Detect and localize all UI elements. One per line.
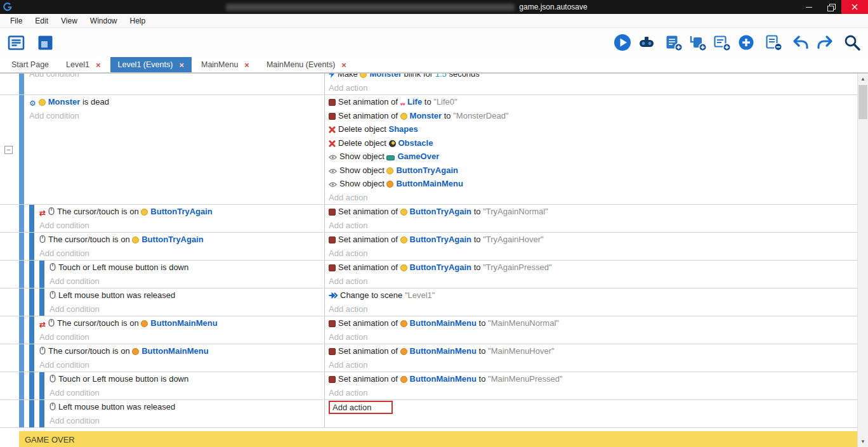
add-action-button[interactable]: Add action (329, 332, 367, 342)
close-tab-icon[interactable]: × (341, 61, 346, 69)
tab-level1-events[interactable]: Level1 (Events)× (110, 57, 192, 72)
vertical-scrollbar[interactable]: ▲ ▼ (857, 74, 868, 447)
action[interactable]: Set animation of ButtonMainMenu to "Main… (329, 372, 857, 386)
title-blur-smear (226, 4, 515, 11)
add-action-button[interactable]: Add action (329, 360, 367, 370)
add-condition-button[interactable]: Add condition (39, 219, 324, 233)
action[interactable]: Set animation of ♥♥Life to "Life0" (329, 95, 857, 109)
add-action-button[interactable]: Add action (329, 221, 367, 230)
condition[interactable]: The cursor/touch is on ButtonMainMenu (39, 344, 324, 358)
object-ref: ButtonMainMenu (141, 346, 208, 356)
text-segment: Set animation of (338, 235, 400, 244)
blink-icon (329, 74, 335, 78)
condition[interactable]: Left mouse button was released (49, 288, 324, 302)
value-text: "MainMenuPressed" (488, 374, 563, 384)
add-action-button[interactable]: Add action (329, 304, 367, 314)
button-yellow-icon (141, 209, 148, 216)
close-button[interactable] (841, 0, 868, 14)
preview-icon[interactable] (613, 33, 632, 52)
delete-event-icon[interactable] (764, 33, 783, 52)
indent-bar (19, 400, 24, 427)
add-condition-button[interactable]: Add condition (49, 302, 324, 316)
action[interactable]: Set animation of ButtonTryAgain to "TryA… (329, 233, 857, 247)
action[interactable]: Set animation of ButtonTryAgain to "TryA… (329, 261, 857, 275)
comment-row[interactable]: GAME OVER (19, 431, 857, 447)
action[interactable]: Set animation of ButtonMainMenu to "Main… (329, 344, 857, 358)
conditions-cell: Add condition (0, 74, 325, 94)
scroll-down-button[interactable]: ▼ (858, 436, 868, 447)
action[interactable]: Delete object Obstacle (329, 136, 857, 150)
mouse-icon (49, 262, 56, 271)
conditions-cell: ⇄The cursor/touch is on ButtonMainMenuAd… (0, 316, 325, 344)
condition[interactable]: ⇄The cursor/touch is on ButtonTryAgain (39, 205, 324, 219)
menu-item-help[interactable]: Help (124, 14, 152, 28)
scroll-up-button[interactable]: ▲ (858, 74, 868, 84)
indent-bar (19, 205, 24, 232)
add-other-event-icon[interactable] (737, 33, 756, 52)
undo-icon[interactable] (791, 33, 810, 52)
add-subevent-icon[interactable] (688, 33, 707, 52)
tab-mainmenu-events[interactable]: MainMenu (Events)× (259, 57, 354, 72)
tab-level1[interactable]: Level1× (58, 57, 108, 72)
menu-item-view[interactable]: View (55, 14, 84, 28)
redo-icon[interactable] (815, 33, 834, 52)
action[interactable]: Delete object Shapes (329, 122, 857, 136)
add-action-button[interactable]: Add action (329, 83, 367, 93)
export-project-icon[interactable] (36, 33, 55, 52)
search-icon[interactable] (843, 33, 862, 52)
project-manager-icon[interactable] (6, 33, 25, 52)
event-row: ⇄The cursor/touch is on ButtonMainMenuAd… (0, 316, 857, 344)
condition[interactable]: The cursor/touch is on ButtonTryAgain (39, 233, 324, 247)
close-tab-icon[interactable]: × (179, 61, 184, 69)
actions-cell: Set animation of ButtonMainMenu to "Main… (325, 344, 857, 372)
indent-bar (19, 233, 24, 260)
condition[interactable]: Left mouse button was released (49, 400, 324, 414)
action[interactable]: Set animation of ButtonTryAgain to "TryA… (329, 205, 857, 219)
close-tab-icon[interactable]: × (244, 61, 249, 69)
add-condition-button[interactable]: Add condition (39, 247, 324, 261)
menu-item-edit[interactable]: Edit (29, 14, 55, 28)
add-action-button[interactable]: Add action (329, 249, 367, 258)
action[interactable]: Show object ButtonTryAgain (329, 164, 857, 178)
condition[interactable]: ⚙Monster is dead (29, 95, 324, 109)
close-tab-icon[interactable]: × (96, 61, 101, 69)
collapse-toggle-icon[interactable]: – (4, 146, 13, 154)
add-condition-button[interactable]: Add condition (49, 275, 324, 288)
object-ref: ButtonTryAgain (396, 165, 458, 175)
add-action-button[interactable]: Add action (329, 401, 393, 414)
minimize-button[interactable] (798, 0, 820, 14)
add-condition-button[interactable]: Add condition (29, 74, 324, 81)
add-condition-button[interactable]: Add condition (39, 330, 324, 344)
add-condition-button[interactable]: Add condition (49, 414, 324, 428)
add-action-button[interactable]: Add action (329, 388, 367, 398)
object-ref: Monster (48, 97, 81, 107)
action[interactable]: Set animation of ButtonMainMenu to "Main… (329, 316, 857, 330)
restore-button[interactable] (820, 0, 841, 14)
add-comment-icon[interactable] (713, 33, 732, 52)
menu-item-file[interactable]: File (4, 14, 29, 28)
condition[interactable]: Touch or Left mouse button is down (49, 261, 324, 275)
text-segment: seconds (447, 74, 480, 79)
add-action-button[interactable]: Add action (329, 193, 367, 202)
debug-icon[interactable] (637, 33, 656, 52)
actions-cell: Set animation of ♥♥Life to "Life0"Set an… (325, 95, 857, 204)
add-event-icon[interactable] (664, 33, 683, 52)
menu-item-window[interactable]: Window (84, 14, 124, 28)
add-condition-button[interactable]: Add condition (49, 386, 324, 400)
add-action-line: Add action (329, 247, 857, 261)
action[interactable]: Change to scene "Level1" (329, 288, 857, 302)
condition[interactable]: Touch or Left mouse button is down (49, 372, 324, 386)
add-condition-button[interactable]: Add condition (29, 109, 324, 123)
add-condition-button[interactable]: Add condition (39, 358, 324, 372)
button-orange-icon (400, 320, 407, 327)
add-action-button[interactable]: Add action (329, 276, 367, 286)
tab-start-page[interactable]: Start Page (4, 57, 56, 72)
condition[interactable]: ⇄The cursor/touch is on ButtonMainMenu (39, 316, 324, 330)
action[interactable]: Show object ButtonMainMenu (329, 177, 857, 191)
tab-mainmenu[interactable]: MainMenu× (194, 57, 257, 72)
action[interactable]: Set animation of Monster to "MonsterDead… (329, 109, 857, 123)
action[interactable]: Show object GameOver (329, 150, 857, 164)
scrollbar-thumb[interactable] (858, 85, 867, 119)
action[interactable]: Make Monster blink for 1.5 seconds (329, 74, 857, 81)
toolbar (0, 28, 868, 57)
